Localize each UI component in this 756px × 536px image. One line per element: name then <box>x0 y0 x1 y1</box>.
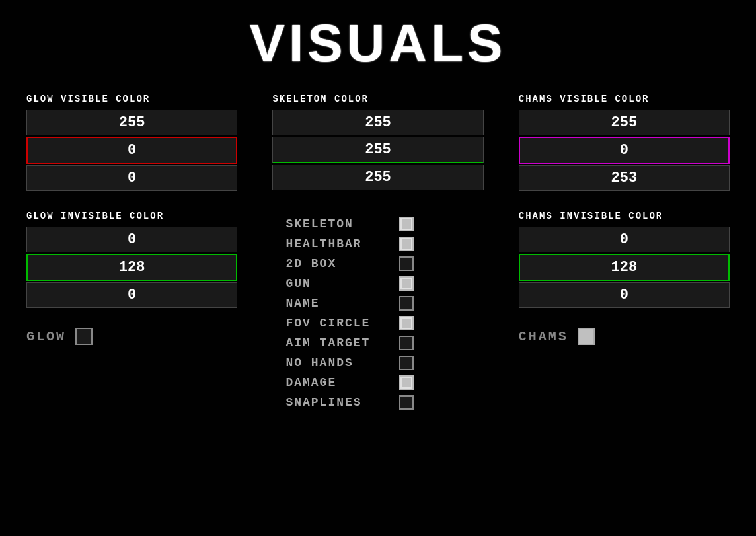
right-column: CHAMS VISIBLE COLOR CHAMS INVISIBLE COLO… <box>519 94 730 410</box>
chams-invisible-g-row <box>519 254 730 281</box>
aim-target-checkbox[interactable] <box>399 336 414 350</box>
glow-invisible-inputs <box>26 227 237 308</box>
damage-checkbox[interactable] <box>399 375 414 390</box>
glow-visible-inputs <box>26 110 237 191</box>
toggle-gun-label: GUN <box>285 277 391 290</box>
glow-visible-g-input[interactable] <box>26 137 237 164</box>
chams-invisible-inputs <box>519 227 730 308</box>
page-title: VISUALS <box>26 13 730 74</box>
glow-visible-label: GLOW VISIBLE COLOR <box>26 94 237 104</box>
toggle-name-label: NAME <box>285 297 391 310</box>
2dbox-checkbox[interactable] <box>399 256 414 271</box>
toggle-healthbar: HEALTHBAR <box>285 237 414 251</box>
glow-invisible-r-input[interactable] <box>26 227 237 252</box>
skeleton-color-inputs <box>272 110 483 190</box>
skeleton-b-input[interactable] <box>272 165 483 190</box>
middle-column: SKELETON COLOR SKELETON <box>272 94 483 410</box>
toggle-no-hands-label: NO HANDS <box>285 356 391 369</box>
glow-invisible-r-row <box>26 227 237 252</box>
chams-toggle-label: CHAMS <box>519 329 568 344</box>
chams-visible-g-input[interactable] <box>519 137 730 164</box>
toggle-skeleton-label: SKELETON <box>285 217 391 231</box>
chams-toggle-row: CHAMS <box>519 328 730 345</box>
chams-invisible-label: CHAMS INVISIBLE COLOR <box>519 211 730 221</box>
skeleton-g-input[interactable] <box>272 137 483 163</box>
toggle-name: NAME <box>285 296 414 311</box>
toggle-damage-label: DAMAGE <box>285 376 391 389</box>
glow-invisible-label: GLOW INVISIBLE COLOR <box>26 211 237 221</box>
chams-invisible-section: CHAMS INVISIBLE COLOR <box>519 211 730 308</box>
skeleton-g-row <box>272 137 483 163</box>
skeleton-checkbox[interactable] <box>399 217 414 231</box>
no-hands-checkbox[interactable] <box>399 356 414 370</box>
toggle-fov-circle: FOV CIRCLE <box>285 316 414 330</box>
toggle-gun: GUN <box>285 276 414 291</box>
chams-invisible-b-row <box>519 282 730 308</box>
chams-visible-inputs <box>519 110 730 191</box>
chams-visible-r-row <box>519 110 730 135</box>
chams-visible-g-row <box>519 137 730 164</box>
toggle-skeleton: SKELETON <box>285 217 414 231</box>
skeleton-b-row <box>272 165 483 190</box>
toggles-list: SKELETON HEALTHBAR 2D BOX GUN NAME <box>272 217 483 410</box>
healthbar-checkbox[interactable] <box>399 237 414 251</box>
skeleton-r-row <box>272 110 483 135</box>
toggle-damage: DAMAGE <box>285 375 414 390</box>
fov-circle-checkbox[interactable] <box>399 316 414 330</box>
toggle-aim-target-label: AIM TARGET <box>285 336 391 350</box>
glow-invisible-section: GLOW INVISIBLE COLOR <box>26 211 237 308</box>
skeleton-color-label: SKELETON COLOR <box>272 94 483 104</box>
glow-visible-r-input[interactable] <box>26 110 237 135</box>
glow-visible-b-input[interactable] <box>26 165 237 191</box>
toggle-fov-circle-label: FOV CIRCLE <box>285 317 391 330</box>
toggle-2dbox: 2D BOX <box>285 256 414 271</box>
chams-invisible-r-input[interactable] <box>519 227 730 252</box>
glow-visible-section: GLOW VISIBLE COLOR <box>26 94 237 191</box>
toggle-no-hands: NO HANDS <box>285 356 414 370</box>
chams-toggle-checkbox[interactable] <box>578 328 595 345</box>
chams-visible-b-input[interactable] <box>519 165 730 191</box>
glow-invisible-g-input[interactable] <box>26 254 237 281</box>
glow-toggle-label: GLOW <box>26 329 66 344</box>
toggle-snaplines: SNAPLINES <box>285 395 414 410</box>
chams-invisible-g-input[interactable] <box>519 254 730 281</box>
glow-visible-b-row <box>26 165 237 191</box>
left-column: GLOW VISIBLE COLOR GLOW INVISIBLE COLOR <box>26 94 237 410</box>
glow-visible-r-row <box>26 110 237 135</box>
chams-visible-r-input[interactable] <box>519 110 730 135</box>
toggle-aim-target: AIM TARGET <box>285 336 414 350</box>
snaplines-checkbox[interactable] <box>399 395 414 410</box>
glow-visible-g-row <box>26 137 237 164</box>
toggle-snaplines-label: SNAPLINES <box>285 396 391 409</box>
toggle-healthbar-label: HEALTHBAR <box>285 237 391 250</box>
glow-toggle-checkbox[interactable] <box>75 328 93 345</box>
chams-invisible-r-row <box>519 227 730 252</box>
chams-visible-label: CHAMS VISIBLE COLOR <box>519 94 730 104</box>
glow-invisible-b-input[interactable] <box>26 282 237 308</box>
glow-toggle-row: GLOW <box>26 328 237 345</box>
skeleton-section: SKELETON COLOR <box>272 94 483 204</box>
glow-invisible-g-row <box>26 254 237 281</box>
glow-invisible-b-row <box>26 282 237 308</box>
name-checkbox[interactable] <box>399 296 414 311</box>
toggle-2dbox-label: 2D BOX <box>285 257 391 270</box>
gun-checkbox[interactable] <box>399 276 414 291</box>
chams-visible-b-row <box>519 165 730 191</box>
chams-visible-section: CHAMS VISIBLE COLOR <box>519 94 730 191</box>
skeleton-r-input[interactable] <box>272 110 483 135</box>
chams-invisible-b-input[interactable] <box>519 282 730 308</box>
